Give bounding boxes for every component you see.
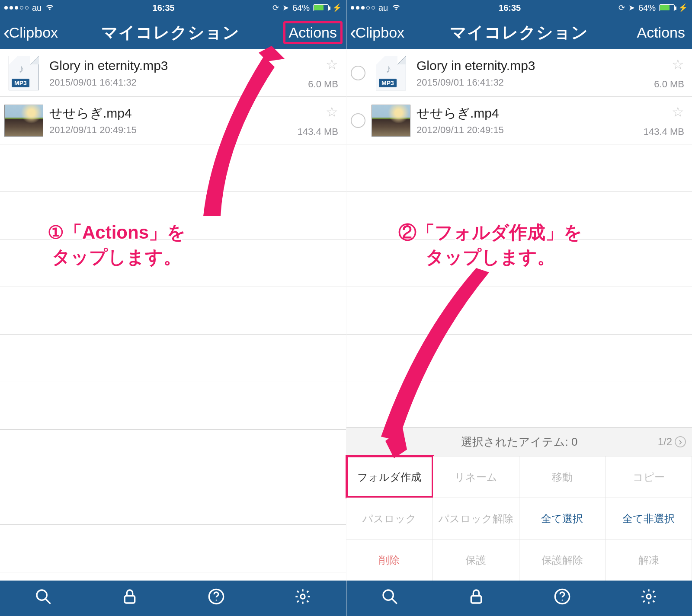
rotation-lock-icon: ⟳ [272,3,279,13]
action-button[interactable]: フォルダ作成 [346,456,433,498]
file-size: 6.0 MB [308,79,338,90]
help-icon[interactable] [554,588,571,609]
list-item [0,287,346,335]
nav-bar: ‹ Clipbox マイコレクション Actions [346,16,692,49]
select-checkbox[interactable] [351,113,365,128]
bottom-toolbar [346,581,692,616]
favorite-star-icon[interactable]: ☆ [672,56,684,73]
carrier-label: au [32,3,42,13]
list-item [0,239,346,287]
action-button[interactable]: 解凍 [606,539,692,581]
file-list: ♪ MP3 Glory in eternity.mp3 2015/09/01 1… [346,49,692,427]
list-item [346,287,692,335]
file-date: 2012/09/11 20:49:15 [49,124,292,136]
action-button[interactable]: 全て非選択 [606,498,692,539]
charging-icon: ⚡ [678,3,688,13]
file-thumb-mp3-icon: ♪ MP3 [9,56,39,90]
wifi-icon [391,3,401,13]
svg-point-5 [301,594,305,599]
list-item [0,430,346,477]
file-name: Glory in eternity.mp3 [49,58,302,73]
clock-label: 16:35 [499,3,521,13]
file-date: 2015/09/01 16:41:32 [49,77,302,88]
signal-dots-icon [4,6,29,10]
nav-bar: ‹ Clipbox マイコレクション Actions [0,16,346,49]
file-row[interactable]: ♪ MP3 Glory in eternity.mp3 2015/09/01 1… [0,49,346,97]
list-item [346,382,692,427]
gear-icon[interactable] [640,588,657,609]
actions-button[interactable]: Actions [634,23,689,42]
actions-pager[interactable]: 1/2 › [658,436,686,448]
svg-point-0 [37,590,47,600]
search-icon[interactable] [35,588,52,609]
action-button[interactable]: 削除 [346,539,433,581]
svg-line-1 [45,599,51,604]
list-item [346,335,692,382]
file-date: 2015/09/01 16:41:32 [416,77,648,88]
favorite-star-icon[interactable]: ☆ [672,104,684,120]
file-row[interactable]: せせらぎ.mp4 2012/09/11 20:49:15 ☆ 143.4 MB [346,97,692,144]
select-checkbox[interactable] [351,66,365,80]
gear-icon[interactable] [294,588,311,609]
svg-point-7 [383,590,393,600]
carrier-label: au [378,3,388,13]
action-button[interactable]: パスロック解除 [433,498,519,539]
file-thumb-mp3-icon: ♪ MP3 [376,56,406,90]
page-title: マイコレクション [406,22,631,44]
action-button[interactable]: 保護 [433,539,519,581]
file-name: せせらぎ.mp4 [49,105,292,121]
location-icon: ➤ [628,3,635,13]
rotation-lock-icon: ⟳ [618,3,625,13]
list-item [0,477,346,525]
clock-label: 16:35 [153,3,175,13]
back-label: Clipbox [9,24,58,41]
battery-pct-label: 64% [292,3,310,13]
status-bar: au 16:35 ⟳ ➤ 64% ⚡ [346,0,692,16]
svg-point-4 [216,600,217,601]
page-title: マイコレクション [60,22,281,44]
file-row[interactable]: せせらぎ.mp4 2012/09/11 20:49:15 ☆ 143.4 MB [0,97,346,144]
search-icon[interactable] [381,588,398,609]
list-item [0,144,346,192]
back-label: Clipbox [356,24,404,41]
signal-dots-icon [351,6,375,10]
svg-rect-2 [125,596,135,603]
svg-line-8 [392,599,397,604]
file-name: Glory in eternity.mp3 [416,58,648,73]
file-thumb-video-icon [4,105,43,137]
phone-left: au 16:35 ⟳ ➤ 64% ⚡ ‹ Clipbox マイコレクション Ac… [0,0,346,616]
file-list: ♪ MP3 Glory in eternity.mp3 2015/09/01 1… [0,49,346,581]
actions-header: 選択されたアイテム: 0 1/2 › [346,428,692,456]
svg-point-12 [647,594,651,599]
action-button[interactable]: パスロック [346,498,433,539]
file-thumb-video-icon [372,105,410,137]
location-icon: ➤ [282,3,289,13]
action-button[interactable]: 移動 [519,456,606,498]
action-button[interactable]: 保護解除 [519,539,606,581]
list-item [346,239,692,287]
battery-icon [659,4,675,11]
file-size: 6.0 MB [654,79,684,90]
back-button[interactable]: ‹ Clipbox [350,23,404,42]
charging-icon: ⚡ [332,3,342,13]
action-button[interactable]: リネーム [433,456,519,498]
favorite-star-icon[interactable]: ☆ [326,56,338,73]
favorite-star-icon[interactable]: ☆ [326,104,338,120]
lock-icon[interactable] [121,588,138,609]
list-item [0,525,346,572]
svg-point-11 [562,600,563,601]
file-date: 2012/09/11 20:49:15 [416,124,638,136]
list-item [346,192,692,239]
list-item [0,192,346,239]
action-button[interactable]: コピー [606,456,692,498]
phone-right: au 16:35 ⟳ ➤ 64% ⚡ ‹ Clipbox マイコレクション Ac… [346,0,692,616]
status-bar: au 16:35 ⟳ ➤ 64% ⚡ [0,0,346,16]
file-row[interactable]: ♪ MP3 Glory in eternity.mp3 2015/09/01 1… [346,49,692,97]
selected-count-label: 選択されたアイテム: 0 [461,434,578,450]
help-icon[interactable] [208,588,225,609]
actions-button[interactable]: Actions [283,21,343,44]
action-button[interactable]: 全て選択 [519,498,606,539]
back-button[interactable]: ‹ Clipbox [3,23,58,42]
lock-icon[interactable] [468,588,485,609]
svg-rect-9 [471,596,481,603]
